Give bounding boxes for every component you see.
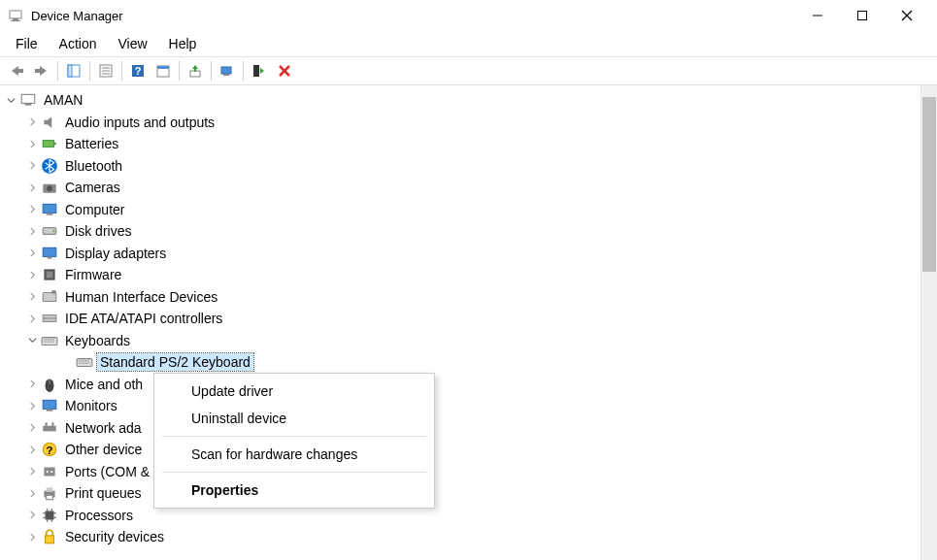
security-icon [41,529,58,544]
chevron-right-icon[interactable] [25,509,39,522]
node-label: Print queues [62,484,145,502]
svg-rect-10 [68,65,72,77]
tree-node[interactable]: Mice and oth [4,374,937,396]
tree-node[interactable]: Audio inputs and outputs [4,112,937,134]
svg-rect-64 [47,488,53,493]
chevron-right-icon[interactable] [25,268,39,281]
chevron-right-icon[interactable] [25,421,39,435]
vertical-scrollbar[interactable] [920,85,937,560]
ctx-update-driver[interactable]: Update driver [154,378,434,405]
scrollbar-thumb[interactable] [922,97,936,272]
chevron-right-icon[interactable] [25,465,39,478]
other-icon: ? [41,442,58,457]
toolbar-separator [211,61,212,81]
svg-point-62 [50,471,52,473]
node-label: Human Interface Devices [62,288,220,306]
tree-root[interactable]: AMAN [4,89,937,112]
toolbar-separator [57,61,58,81]
context-separator [162,436,426,437]
bluetooth-icon [41,158,58,174]
svg-rect-34 [47,213,53,214]
tree-node[interactable]: Computer [4,199,937,221]
node-label: Audio inputs and outputs [62,114,218,131]
tree-node[interactable]: Bluetooth [4,155,937,178]
monitor-icon [41,398,58,413]
ctx-scan-hardware[interactable]: Scan for hardware changes [154,441,434,468]
chevron-right-icon[interactable] [25,443,39,456]
properties-button[interactable] [93,59,118,82]
scan-hardware-button[interactable] [215,59,240,82]
device-enable-button[interactable] [247,59,272,82]
chevron-right-icon[interactable] [25,115,39,129]
menu-help[interactable]: Help [159,33,207,54]
tree-node[interactable]: Network ada [4,417,937,440]
update-driver-button[interactable] [183,59,208,82]
tree-node[interactable]: Security devices [4,526,937,548]
chevron-down-icon[interactable] [4,93,17,107]
tree-node[interactable]: Firmware [4,264,937,286]
nav-forward-button[interactable] [29,59,54,82]
ctx-uninstall-device[interactable]: Uninstall device [154,405,434,432]
close-button[interactable] [885,0,929,31]
firmware-icon [41,267,58,282]
chevron-right-icon[interactable] [25,378,39,391]
calendar-button[interactable] [151,59,176,82]
svg-rect-40 [47,272,53,279]
tree-node[interactable]: IDE ATA/ATAPI controllers [4,308,937,330]
svg-rect-21 [221,67,231,74]
tree-node[interactable]: Human Interface Devices [4,286,937,309]
maximize-button[interactable] [840,0,885,31]
chevron-right-icon[interactable] [25,224,39,238]
tree-pane: AMAN Audio inputs and outputsBatteriesBl… [0,85,937,560]
tree-node[interactable]: Processors [4,505,937,527]
chevron-down-icon[interactable] [25,334,39,347]
node-label: Keyboards [62,332,133,349]
disk-icon [41,223,58,239]
tree-node[interactable]: Print queues [4,482,937,505]
context-separator [162,472,426,473]
tree-node[interactable]: Ports (COM & [4,461,937,483]
menu-file[interactable]: File [6,33,48,54]
title-bar: Device Manager [0,0,937,31]
tree-node[interactable]: Keyboards [4,330,937,352]
camera-icon [41,180,58,195]
chevron-right-icon[interactable] [25,290,39,304]
menu-view[interactable]: View [108,33,156,54]
window-title: Device Manager [31,9,123,23]
speaker-icon [41,115,58,130]
menu-action[interactable]: Action [50,33,107,54]
chevron-right-icon[interactable] [25,137,39,150]
tree-node[interactable]: Cameras [4,177,937,199]
svg-text:?: ? [135,65,142,77]
chevron-right-icon[interactable] [25,203,39,216]
chevron-right-icon[interactable] [25,399,39,412]
computer-icon [41,202,58,217]
mouse-icon [41,377,58,392]
node-label: Computer [62,201,127,218]
svg-rect-33 [43,204,56,213]
tree-node[interactable]: Display adapters [4,243,937,265]
tree-node[interactable]: Monitors [4,395,937,417]
uninstall-button[interactable] [272,59,297,82]
minimize-button[interactable] [795,0,840,31]
show-hide-tree-button[interactable] [61,59,86,82]
chevron-right-icon[interactable] [25,159,39,173]
chevron-right-icon[interactable] [25,486,39,500]
help-button[interactable]: ? [125,59,151,82]
menu-bar: File Action View Help [0,31,937,56]
chevron-right-icon[interactable] [25,247,39,260]
chevron-right-icon[interactable] [25,530,39,544]
tree-node[interactable]: Disk drives [4,220,937,243]
svg-rect-37 [43,247,56,256]
svg-rect-20 [194,68,196,72]
node-label: Network ada [62,419,145,437]
tree-node[interactable]: ?Other device [4,439,937,461]
tree-node[interactable]: Batteries [4,133,937,155]
chevron-right-icon[interactable] [25,312,39,325]
tree-node-selected[interactable]: Standard PS/2 Keyboard [4,351,937,374]
ctx-properties[interactable]: Properties [154,477,434,504]
svg-point-61 [47,471,49,473]
svg-rect-60 [44,467,54,476]
nav-back-button[interactable] [4,59,29,82]
chevron-right-icon[interactable] [25,181,39,194]
